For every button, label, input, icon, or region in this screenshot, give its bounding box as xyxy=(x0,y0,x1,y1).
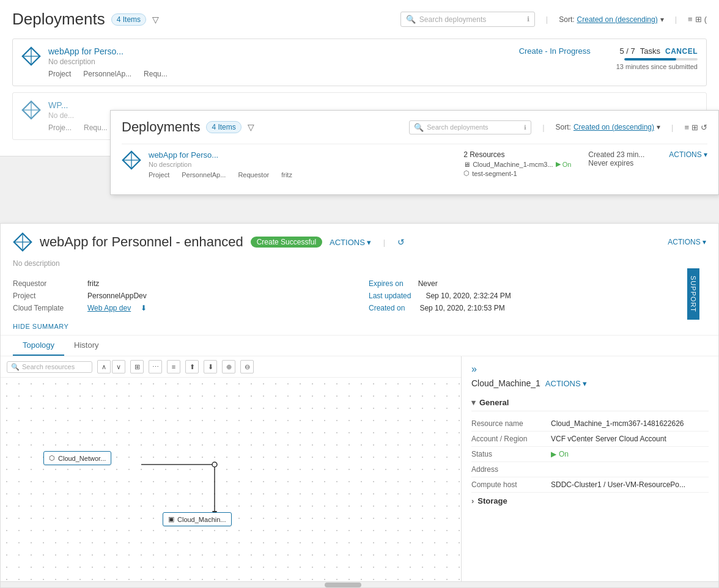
topo-upload-btn[interactable]: ⬆ xyxy=(185,360,199,373)
sort-asc-btn[interactable]: ∧ xyxy=(97,360,111,373)
bg-search-area[interactable]: 🔍 Search deployments ℹ xyxy=(400,12,535,27)
support-button[interactable]: SUPPORT xyxy=(687,268,699,320)
bg-sort-value[interactable]: Created on (descending) xyxy=(577,15,658,24)
mid-expires: Never expires xyxy=(588,159,662,167)
mid-sort-chevron[interactable]: ▾ xyxy=(657,123,660,131)
mid-header: Deployments 4 Items ▽ 🔍 Search deploymen… xyxy=(122,119,707,135)
expand-icon[interactable]: » xyxy=(471,364,477,375)
bg-card1-project-value: PersonnelAp... xyxy=(83,70,131,78)
bg-search-icon: 🔍 xyxy=(406,15,416,24)
bg-card2-title[interactable]: WP... xyxy=(48,100,698,110)
expires-label: Expires on xyxy=(369,279,404,288)
mid-filter-icon[interactable]: ▽ xyxy=(248,122,254,132)
svg-point-15 xyxy=(212,462,217,467)
requestor-value: fritz xyxy=(87,279,99,288)
topo-grid-btn[interactable]: ⊞ xyxy=(130,360,144,373)
mid-sort-area: Sort: Created on (descending) ▾ xyxy=(556,123,660,131)
tab-topology[interactable]: Topology xyxy=(13,336,64,356)
mid-deployments-panel: Deployments 4 Items ▽ 🔍 Search deploymen… xyxy=(110,110,719,195)
mid-resources: 2 Resources 🖥 Cloud_Machine_1-mcm3... ▶ … xyxy=(463,150,571,177)
mid-search-area[interactable]: 🔍 Search deployments ℹ xyxy=(409,120,531,134)
topo-list-btn[interactable]: ≡ xyxy=(167,360,180,373)
mid-search-icon: 🔍 xyxy=(414,123,424,132)
details-panel: » Cloud_Machine_1 ACTIONS ▾ ▾ General Re… xyxy=(462,356,718,587)
bg-more-icon[interactable]: ( xyxy=(704,15,707,24)
mid-list-icon[interactable]: ≡ xyxy=(684,123,689,132)
sort-desc-btn[interactable]: ∨ xyxy=(112,360,125,373)
topo-zoom-in-btn[interactable]: ⊕ xyxy=(222,360,235,373)
main-header: webApp for Personnel - enhanced Create S… xyxy=(1,224,718,336)
mid-resource2-name: test-segment-1 xyxy=(472,170,517,177)
topo-sort-btns: ∧ ∨ xyxy=(97,360,125,373)
bg-items-badge: 4 Items xyxy=(111,13,146,26)
main-title: webApp for Personnel - enhanced xyxy=(40,234,243,250)
main-detail-panel: webApp for Personnel - enhanced Create S… xyxy=(0,223,719,588)
bg-card1-desc: No description xyxy=(48,57,493,66)
project-label: Project xyxy=(13,292,80,300)
details-actions-btn[interactable]: ACTIONS ▾ xyxy=(545,379,587,388)
mid-resource2: ⬡ test-segment-1 xyxy=(463,169,571,177)
bg-sort-area: Sort: Created on (descending) ▾ xyxy=(559,15,663,24)
mid-grid-icon[interactable]: ⊞ xyxy=(691,123,698,132)
storage-chevron: › xyxy=(471,496,474,505)
created-row: Created on Sep 10, 2020, 2:10:53 PM xyxy=(369,302,706,314)
topo-search[interactable]: 🔍 Search resources xyxy=(7,361,92,373)
account-row: Account / Region VCF vCenter Server Clou… xyxy=(471,432,709,447)
bg-cancel-btn[interactable]: CANCEL xyxy=(665,47,698,56)
mid-sort-value[interactable]: Created on (descending) xyxy=(573,123,654,131)
bg-sort-chevron[interactable]: ▾ xyxy=(660,15,664,24)
main-title-row: webApp for Personnel - enhanced Create S… xyxy=(13,232,706,252)
template-label: Cloud Template xyxy=(13,304,80,312)
bg-card1-content: webApp for Perso... No description Proje… xyxy=(48,46,493,78)
storage-section-header[interactable]: › Storage xyxy=(471,493,709,509)
bg-card2-project-label: Proje... xyxy=(48,123,72,132)
compute-value: SDDC-Cluster1 / User-VM-ResourcePo... xyxy=(551,480,685,489)
hide-summary-btn[interactable]: HIDE SUMMARY xyxy=(13,323,68,335)
mid-requestor-value: fritz xyxy=(281,171,292,178)
address-row: Address xyxy=(471,462,709,477)
topo-network-node[interactable]: ⬡ Cloud_Networ... xyxy=(43,451,111,465)
topo-download-btn[interactable]: ⬇ xyxy=(204,360,217,373)
summary-right: Expires on Never Last updated Sep 10, 20… xyxy=(369,277,706,314)
mid-resource1-icon: 🖥 xyxy=(463,161,470,168)
topo-graph-btn[interactable]: ⋯ xyxy=(149,360,162,373)
summary-left: Requestor fritz Project PersonnelAppDev … xyxy=(13,277,350,314)
mid-sort-label: Sort: xyxy=(556,123,571,131)
template-row: Cloud Template Web App dev ⬇ xyxy=(13,302,350,314)
topo-scrollbar[interactable] xyxy=(1,581,462,587)
expires-row: Expires on Never xyxy=(369,277,706,290)
mid-actions-btn[interactable]: ACTIONS ▾ xyxy=(669,150,707,159)
status-badge: Create Successful xyxy=(251,237,322,248)
main-actions-right[interactable]: ACTIONS ▾ xyxy=(668,238,706,246)
bg-filter-icon[interactable]: ▽ xyxy=(152,15,159,24)
details-expand-row: » xyxy=(471,364,709,375)
actions-dropdown[interactable]: ACTIONS ▾ xyxy=(330,238,371,247)
mid-project-label: Project xyxy=(149,171,169,178)
details-title-row: Cloud_Machine_1 ACTIONS ▾ xyxy=(471,378,709,388)
bg-grid-icon[interactable]: ⊞ xyxy=(695,15,702,24)
download-icon: ⬇ xyxy=(141,304,147,312)
topo-canvas: ⬡ Cloud_Networ... ▣ Cloud_Machin... xyxy=(1,378,461,587)
topo-zoom-out-btn[interactable]: ⊖ xyxy=(240,360,254,373)
mid-view-icons: ≡ ⊞ ↺ xyxy=(684,123,707,132)
mid-refresh-icon[interactable]: ↺ xyxy=(701,123,707,132)
bg-separator: | xyxy=(541,15,553,24)
refresh-button[interactable]: ↺ xyxy=(397,237,405,247)
bg-card1-icon xyxy=(21,46,41,66)
bg-list-icon[interactable]: ≡ xyxy=(688,15,693,24)
updated-value: Sep 10, 2020, 2:32:24 PM xyxy=(426,292,511,300)
topo-search-placeholder: Search resources xyxy=(22,363,75,370)
storage-label: Storage xyxy=(477,496,507,505)
template-value[interactable]: Web App dev xyxy=(87,304,131,312)
topo-machine-node[interactable]: ▣ Cloud_Machin... xyxy=(163,512,232,526)
bg-card1-title[interactable]: webApp for Perso... xyxy=(48,46,493,56)
tab-history[interactable]: History xyxy=(64,336,108,356)
general-chevron[interactable]: ▾ xyxy=(471,398,476,407)
summary-grid: Requestor fritz Project PersonnelAppDev … xyxy=(13,273,706,322)
mid-separator: | xyxy=(537,123,549,132)
mid-stats: Created 23 min... Never expires xyxy=(588,150,662,167)
mid-card-title[interactable]: webApp for Perso... xyxy=(149,150,446,160)
main-description: No description xyxy=(13,259,706,268)
bg-progress-fill xyxy=(624,58,676,61)
bg-info-icon: ℹ xyxy=(527,15,529,23)
